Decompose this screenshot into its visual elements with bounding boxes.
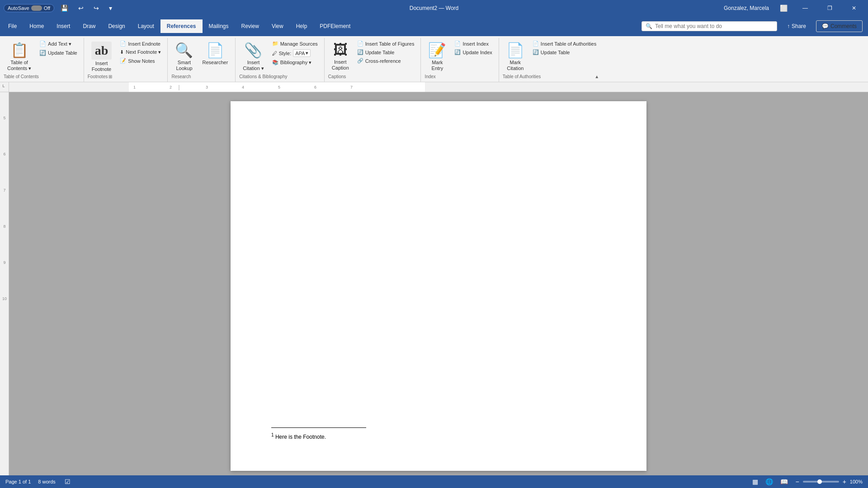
search-input[interactable]: [655, 23, 773, 29]
tab-help[interactable]: Help: [290, 19, 314, 33]
svg-text:3: 3: [206, 85, 208, 89]
status-bar: Page 1 of 1 8 words ☑ ▦ 🌐 📖 − + 100%: [0, 475, 868, 488]
undo-button[interactable]: ↩: [75, 3, 87, 14]
zoom-slider[interactable]: [803, 481, 839, 483]
update-index-icon: 🔄: [454, 49, 461, 55]
insert-endnote-button[interactable]: 📄 Insert Endnote: [117, 40, 164, 47]
next-footnote-button[interactable]: ⬇ Next Footnote ▾: [117, 48, 164, 56]
autosave-state: Off: [44, 5, 50, 11]
insert-citation-button[interactable]: 📎 InsertCitation ▾: [239, 40, 267, 73]
tab-references[interactable]: References: [160, 19, 203, 33]
minimize-button[interactable]: —: [795, 0, 816, 16]
insert-table-authorities-button[interactable]: 📄 Insert Table of Authorities: [530, 40, 599, 47]
cross-reference-icon: 🔗: [357, 58, 363, 64]
style-dropdown[interactable]: 🖊 Style: APA ▾: [269, 48, 321, 58]
style-dropdown-icon: ▾: [306, 50, 308, 56]
comments-button[interactable]: 💬 Comments: [816, 20, 863, 32]
update-table-toc-button[interactable]: 🔄 Update Table: [37, 49, 80, 57]
vertical-ruler-svg: 5 6 7 8 9 10: [0, 92, 9, 363]
researcher-icon: 📄: [206, 42, 224, 59]
svg-text:8: 8: [3, 224, 5, 229]
zoom-in-button[interactable]: +: [841, 477, 848, 486]
tab-mailings[interactable]: Mailings: [203, 19, 235, 33]
share-button[interactable]: ↑ Share: [781, 21, 812, 32]
comments-icon: 💬: [822, 23, 829, 29]
footnote-area: 1 Here is the Footnote.: [271, 432, 326, 440]
svg-text:7: 7: [350, 85, 353, 89]
horizontal-ruler: 1 2 3 4 5 6 7: [9, 82, 868, 92]
toc-group-label: Table of Contents: [4, 74, 39, 79]
mark-citation-button[interactable]: 📄 MarkCitation: [503, 40, 528, 73]
ribbon-display-button[interactable]: ⬜: [776, 3, 791, 14]
insert-tof-icon: 📄: [357, 41, 363, 47]
accessibility-button[interactable]: ☑: [63, 477, 72, 486]
tab-design[interactable]: Design: [102, 19, 131, 33]
bibliography-button[interactable]: 📚 Bibliography ▾: [269, 59, 321, 66]
researcher-button[interactable]: 📄 Researcher: [198, 40, 231, 67]
svg-text:6: 6: [314, 85, 316, 89]
smart-lookup-button[interactable]: 🔍 SmartLookup: [171, 40, 197, 73]
print-layout-view[interactable]: ▦: [750, 477, 760, 486]
tab-insert[interactable]: Insert: [50, 19, 76, 33]
search-bar[interactable]: 🔍: [642, 21, 777, 31]
insert-table-of-figures-button[interactable]: 📄 Insert Table of Figures: [354, 40, 417, 47]
tab-home[interactable]: Home: [23, 19, 50, 33]
manage-sources-button[interactable]: 📁 Manage Sources: [269, 40, 321, 47]
redo-button[interactable]: ↪: [90, 3, 103, 14]
restore-button[interactable]: ❐: [819, 0, 840, 16]
update-table-authorities-button[interactable]: 🔄 Update Table: [530, 48, 599, 56]
title-bar-left: AutoSave Off 💾 ↩ ↪ ▾: [4, 3, 116, 14]
bibliography-icon: 📚: [272, 60, 278, 66]
svg-text:2: 2: [170, 85, 172, 89]
share-icon: ↑: [787, 23, 790, 29]
zoom-out-button[interactable]: −: [793, 477, 801, 486]
tab-pdfelement[interactable]: PDFElement: [313, 19, 357, 33]
vertical-ruler: 5 6 7 8 9 10: [0, 92, 9, 480]
close-button[interactable]: ✕: [844, 0, 864, 16]
tab-file[interactable]: File: [2, 19, 23, 33]
page-content[interactable]: [271, 128, 606, 309]
tab-review[interactable]: Review: [235, 19, 265, 33]
update-table-captions-button[interactable]: 🔄 Update Table: [354, 48, 417, 56]
insert-caption-icon: 🖼: [333, 42, 348, 58]
web-layout-view[interactable]: 🌐: [764, 477, 775, 486]
page: 1 Here is the Footnote.: [231, 101, 646, 471]
show-notes-icon: 📝: [120, 58, 126, 64]
captions-group-label: Captions: [328, 74, 346, 79]
customize-qat-button[interactable]: ▾: [105, 3, 116, 14]
next-footnote-icon: ⬇: [120, 49, 124, 55]
mark-entry-icon: 📝: [428, 42, 446, 59]
tab-draw[interactable]: Draw: [76, 19, 102, 33]
svg-text:10: 10: [2, 296, 7, 301]
autosave-toggle-switch[interactable]: [31, 5, 42, 11]
insert-toa-icon: 📄: [533, 41, 539, 47]
table-of-contents-button[interactable]: 📋 Table ofContents ▾: [4, 40, 35, 73]
cross-reference-button[interactable]: 🔗 Cross-reference: [354, 57, 417, 65]
svg-text:7: 7: [3, 188, 5, 192]
footnotes-group-expand[interactable]: ⊞: [108, 74, 112, 79]
footnote-content: Here is the Footnote.: [275, 434, 326, 440]
footnotes-group-label: Footnotes: [88, 74, 108, 79]
footnote-separator: [271, 427, 366, 428]
user-name: Gonzalez, Marcela: [724, 5, 769, 11]
toa-collapse-icon[interactable]: ▲: [594, 74, 599, 79]
insert-footnote-icon: ab: [91, 42, 112, 60]
add-text-icon: 📄: [39, 41, 46, 47]
save-button[interactable]: 💾: [57, 3, 72, 14]
read-mode-view[interactable]: 📖: [778, 477, 790, 486]
insert-index-icon: 📄: [454, 41, 461, 47]
update-index-button[interactable]: 🔄 Update Index: [452, 48, 495, 56]
update-table-toc-icon: 🔄: [39, 50, 46, 56]
tab-layout[interactable]: Layout: [132, 19, 160, 33]
insert-index-button[interactable]: 📄 Insert Index: [452, 40, 495, 47]
add-text-button[interactable]: 📄 Add Text ▾: [37, 40, 80, 48]
svg-text:6: 6: [3, 152, 5, 156]
show-notes-button[interactable]: 📝 Show Notes: [117, 57, 164, 65]
insert-caption-button[interactable]: 🖼 InsertCaption: [328, 40, 353, 73]
footnote-number: 1: [271, 432, 274, 437]
tab-view[interactable]: View: [265, 19, 290, 33]
autosave-toggle[interactable]: AutoSave Off: [4, 4, 54, 12]
insert-footnote-button[interactable]: ab InsertFootnote: [88, 40, 116, 74]
mark-entry-button[interactable]: 📝 MarkEntry: [425, 40, 450, 73]
ruler-svg: 1 2 3 4 5 6 7: [9, 82, 868, 92]
